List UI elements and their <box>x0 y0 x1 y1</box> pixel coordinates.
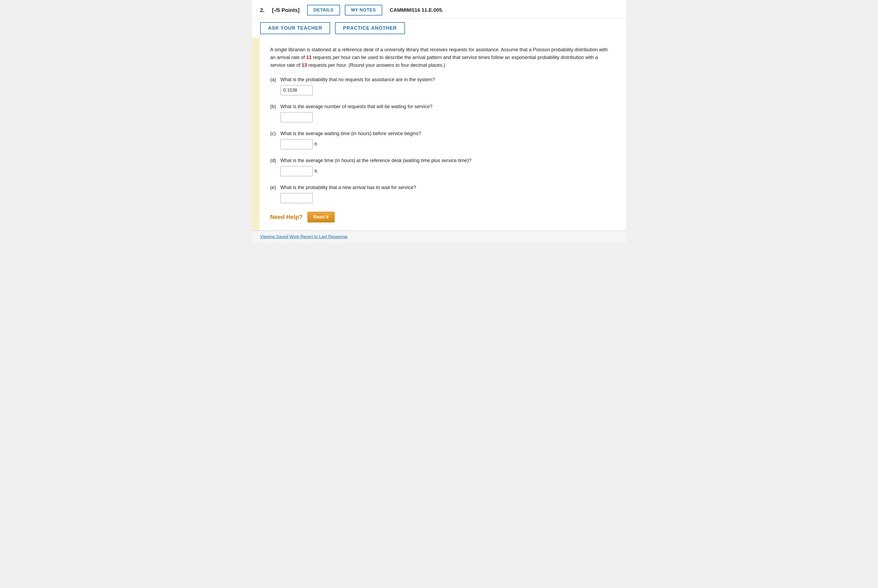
question-c-input[interactable] <box>281 139 312 149</box>
question-e-text: What is the probability that a new arriv… <box>281 185 416 190</box>
main-content: A single librarian is stationed at a ref… <box>252 38 626 231</box>
questions-container: (a) What is the probability that no requ… <box>270 77 613 203</box>
question-b-block: (b) What is the average number of reques… <box>270 104 613 122</box>
question-b-input[interactable] <box>281 112 312 122</box>
arrival-rate: 11 <box>306 55 312 60</box>
question-d-input[interactable] <box>281 166 312 176</box>
service-rate: 13 <box>302 63 307 68</box>
need-help-section: Need Help? Read It <box>270 212 613 222</box>
details-button[interactable]: DETAILS <box>307 5 340 15</box>
bottom-link-bar: Viewing Saved Work Revert to Last Respon… <box>252 231 626 243</box>
question-a-part: (a) <box>270 77 278 82</box>
header-bar: 2. [-/5 Points] DETAILS MY NOTES CAMMIMS… <box>252 0 626 18</box>
question-points: 2. <box>260 7 265 14</box>
question-e-part: (e) <box>270 185 278 190</box>
problem-text-after-13: requests per hour. (Round your answers t… <box>307 63 445 68</box>
practice-another-button[interactable]: PRACTICE ANOTHER <box>335 22 405 34</box>
question-d-text: What is the average time (in hours) at t… <box>281 158 471 164</box>
question-d-block: (d) What is the average time (in hours) … <box>270 158 613 176</box>
question-d-input-row: h <box>281 166 613 176</box>
my-notes-button[interactable]: MY NOTES <box>345 5 382 15</box>
question-c-input-row: h <box>281 139 613 149</box>
problem-description: A single librarian is stationed at a ref… <box>270 46 613 69</box>
question-d-label: (d) What is the average time (in hours) … <box>270 158 613 164</box>
question-e-block: (e) What is the probability that a new a… <box>270 185 613 203</box>
question-d-unit: h <box>315 168 317 174</box>
need-help-label: Need Help? <box>270 214 303 220</box>
action-bar: ASK YOUR TEACHER PRACTICE ANOTHER <box>252 18 626 38</box>
ask-teacher-button[interactable]: ASK YOUR TEACHER <box>260 22 330 34</box>
question-a-text: What is the probability that no requests… <box>281 77 435 82</box>
content-area: A single librarian is stationed at a ref… <box>260 38 626 231</box>
question-b-text: What is the average number of requests t… <box>281 104 432 110</box>
yellow-sidebar <box>252 38 260 231</box>
question-c-unit: h <box>315 141 317 147</box>
course-code: CAMMIMS16 11.E.005. <box>390 7 443 13</box>
question-a-input[interactable] <box>281 85 312 95</box>
question-b-part: (b) <box>270 104 278 110</box>
question-a-block: (a) What is the probability that no requ… <box>270 77 613 95</box>
question-c-text: What is the average waiting time (in hou… <box>281 131 421 136</box>
question-a-label: (a) What is the probability that no requ… <box>270 77 613 82</box>
question-e-label: (e) What is the probability that a new a… <box>270 185 613 190</box>
question-c-label: (c) What is the average waiting time (in… <box>270 131 613 136</box>
question-b-label: (b) What is the average number of reques… <box>270 104 613 110</box>
read-it-button[interactable]: Read It <box>308 212 335 222</box>
question-e-input[interactable] <box>281 193 312 203</box>
question-c-block: (c) What is the average waiting time (in… <box>270 131 613 149</box>
bottom-link-revert[interactable]: Viewing Saved Work Revert to Last Respon… <box>260 234 348 239</box>
page-container: 2. [-/5 Points] DETAILS MY NOTES CAMMIMS… <box>252 0 626 243</box>
question-c-part: (c) <box>270 131 278 136</box>
points-label: [-/5 Points] <box>272 7 299 14</box>
question-d-part: (d) <box>270 158 278 164</box>
